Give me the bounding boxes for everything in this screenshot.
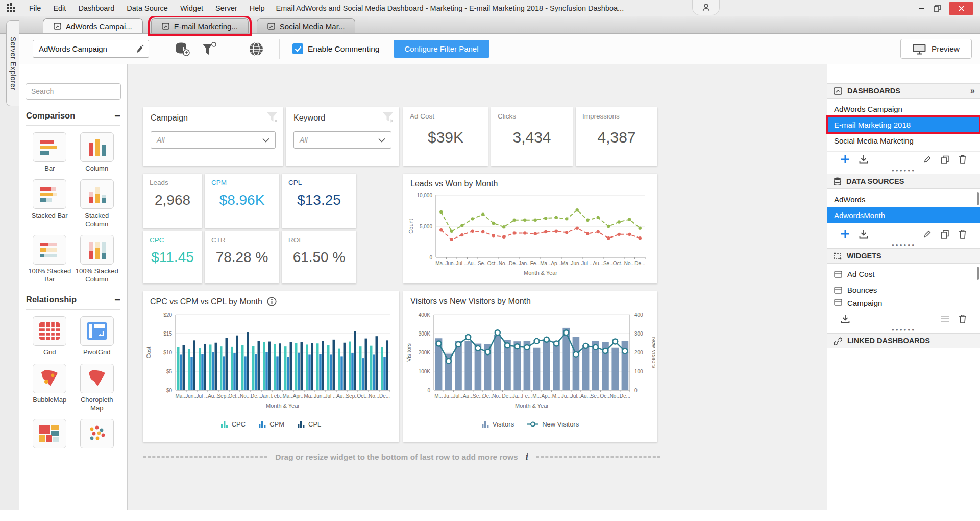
widget-stacked-column[interactable]: Stacked Column xyxy=(74,179,120,228)
panel-resize-grip[interactable]: ●●●●●● xyxy=(827,326,980,333)
widget-pivotgrid[interactable]: PivotGrid xyxy=(74,316,120,357)
widget-item-campaign[interactable]: Campaign xyxy=(827,298,980,308)
kpi-ad-cost[interactable]: Ad Cost $39K xyxy=(403,107,488,166)
collapse-panel-button[interactable]: » xyxy=(970,86,974,96)
data-source-item-adwords[interactable]: AdWords xyxy=(827,192,980,207)
dashboards-list: AdWords Campaign E-mail Marketing 2018 S… xyxy=(827,99,980,151)
linked-dashboards-section-header[interactable]: LINKED DASHBOARDS xyxy=(827,333,980,348)
duplicate-data-source-button[interactable] xyxy=(941,230,949,239)
widget-100-stacked-column[interactable]: 100% Stacked Column xyxy=(74,235,120,284)
filter-funnel-icon[interactable] xyxy=(382,112,394,125)
menu-help[interactable]: Help xyxy=(243,4,271,12)
visitors-chart-widget[interactable]: Visitors vs New Visitors by Month 0100K2… xyxy=(403,291,657,442)
filter-funnel-icon[interactable] xyxy=(266,112,278,125)
widget-scatter[interactable] xyxy=(74,419,120,448)
search-input[interactable] xyxy=(31,87,124,96)
rename-dashboard-button[interactable] xyxy=(923,155,932,164)
widget-stacked-bar[interactable]: Stacked Bar xyxy=(26,179,73,228)
filter-configure-icon[interactable] xyxy=(201,41,218,57)
menu-edit[interactable]: Edit xyxy=(47,4,72,12)
widget-list-view-button[interactable] xyxy=(940,315,949,322)
menu-data-source[interactable]: Data Source xyxy=(120,4,174,12)
tab-email-marketing[interactable]: E-mail Marketing... xyxy=(151,18,249,33)
monitor-icon xyxy=(913,43,926,55)
kpi-roi[interactable]: ROI 61.50 % xyxy=(282,231,356,283)
svg-text:No...: No... xyxy=(240,393,251,399)
minimize-button[interactable] xyxy=(918,5,925,12)
menu-widget[interactable]: Widget xyxy=(174,4,209,12)
dashboard-item-email-marketing[interactable]: E-mail Marketing 2018 xyxy=(827,117,980,133)
add-data-source-icon[interactable] xyxy=(174,41,190,57)
widget-column[interactable]: Column xyxy=(74,132,120,173)
svg-text:Oct...: Oct... xyxy=(229,393,241,399)
widget-bar[interactable]: Bar xyxy=(26,132,73,173)
dashboard-name-input[interactable]: AdWords Campaign xyxy=(33,40,149,58)
cpc-cpm-cpl-chart: $0$5$10$15$20Ma...Jun...Jul ...Au...Sep.… xyxy=(145,311,397,428)
add-row-drop-zone[interactable]: Drag or resize widget to the bottom of l… xyxy=(143,452,660,462)
kpi-cpm[interactable]: CPM $8.96K xyxy=(205,174,279,228)
publish-globe-icon[interactable] xyxy=(248,41,264,57)
collapse-comparison-button[interactable]: − xyxy=(114,112,120,120)
preview-button[interactable]: Preview xyxy=(900,39,972,59)
kpi-ctr[interactable]: CTR 78.28 % xyxy=(205,231,279,283)
campaign-filter-dropdown[interactable]: All xyxy=(151,131,276,149)
menu-dashboard[interactable]: Dashboard xyxy=(72,4,120,12)
close-button[interactable] xyxy=(949,2,973,15)
menu-file[interactable]: File xyxy=(23,4,47,12)
kpi-cpc[interactable]: CPC $11.45 xyxy=(143,231,202,283)
download-data-source-button[interactable] xyxy=(859,229,868,239)
svg-text:Apr...: Apr... xyxy=(293,393,305,399)
widget-choropleth-map[interactable]: Choropleth Map xyxy=(74,364,120,413)
data-sources-section-header[interactable]: DATA SOURCES xyxy=(827,174,980,189)
download-dashboard-button[interactable] xyxy=(859,155,868,164)
panel-resize-grip[interactable]: ●●●●●● xyxy=(827,167,980,174)
restore-button[interactable] xyxy=(933,4,941,12)
add-dashboard-button[interactable] xyxy=(841,155,850,164)
dashboard-item-social-media[interactable]: Social Media Marketing xyxy=(827,133,980,149)
menu-server[interactable]: Server xyxy=(209,4,243,12)
configure-filter-panel-button[interactable]: Configure Filter Panel xyxy=(394,40,489,58)
campaign-filter-widget[interactable]: Campaign All xyxy=(143,107,283,166)
kpi-leads[interactable]: Leads 2,968 xyxy=(143,174,202,228)
tab-adwords-campaign[interactable]: AdWords Campai... xyxy=(43,18,143,33)
info-icon[interactable] xyxy=(267,297,277,306)
widget-item-ad-cost[interactable]: Ad Cost xyxy=(827,266,980,282)
delete-widget-button[interactable] xyxy=(959,314,967,323)
svg-text:Fe...: Fe... xyxy=(530,260,541,266)
kpi-cpl[interactable]: CPL $13.25 xyxy=(282,174,356,228)
widget-100-stacked-bar[interactable]: 100% Stacked Bar xyxy=(26,235,73,284)
server-explorer-tab[interactable]: Server Explorer xyxy=(6,20,19,106)
scrollbar-thumb[interactable] xyxy=(977,267,979,280)
leads-vs-won-chart-widget[interactable]: Leads vs Won by Month 05,00010,000Ma...J… xyxy=(403,174,657,283)
duplicate-dashboard-button[interactable] xyxy=(941,155,949,164)
widget-item-bounces[interactable]: Bounces xyxy=(827,282,980,298)
add-data-source-button[interactable] xyxy=(841,229,850,239)
widget-search[interactable] xyxy=(26,83,121,100)
kpi-impressions[interactable]: Impressions 4,387 xyxy=(576,107,657,166)
collapse-relationship-button[interactable]: − xyxy=(114,296,120,303)
user-account-button[interactable] xyxy=(692,0,720,15)
enable-commenting-checkbox[interactable] xyxy=(292,43,303,54)
tab-social-media[interactable]: Social Media Mar... xyxy=(257,18,356,33)
keyword-filter-widget[interactable]: Keyword All xyxy=(286,107,399,166)
delete-data-source-button[interactable] xyxy=(959,229,967,239)
widget-treemap[interactable] xyxy=(26,419,73,448)
app-grid-icon[interactable] xyxy=(6,3,16,13)
svg-text:Oc...: Oc... xyxy=(600,393,610,399)
cpc-cpm-cpl-chart-widget[interactable]: CPC vs CPM vs CPL by Month $0$5$10$15$20… xyxy=(143,291,399,442)
svg-text:Ap...: Ap... xyxy=(542,393,552,399)
widget-grid[interactable]: Grid xyxy=(26,316,73,357)
widget-bubblemap[interactable]: BubbleMap xyxy=(26,364,73,413)
widgets-section-header[interactable]: WIDGETS xyxy=(827,248,980,264)
dashboard-item-adwords[interactable]: AdWords Campaign xyxy=(827,101,980,117)
scrollbar-thumb[interactable] xyxy=(977,192,979,205)
kpi-clicks[interactable]: Clicks 3,434 xyxy=(491,107,573,166)
delete-dashboard-button[interactable] xyxy=(959,155,967,164)
keyword-filter-dropdown[interactable]: All xyxy=(293,131,391,149)
panel-resize-grip[interactable]: ●●●●●● xyxy=(827,242,980,248)
data-source-item-adwordsmonth[interactable]: AdwordsMonth xyxy=(827,207,980,223)
dashboards-section-header[interactable]: DASHBOARDS » xyxy=(827,83,980,99)
rename-data-source-button[interactable] xyxy=(923,230,932,239)
download-widget-button[interactable] xyxy=(841,314,850,323)
widgets-list: Ad Cost Bounces Campaign xyxy=(827,264,980,311)
